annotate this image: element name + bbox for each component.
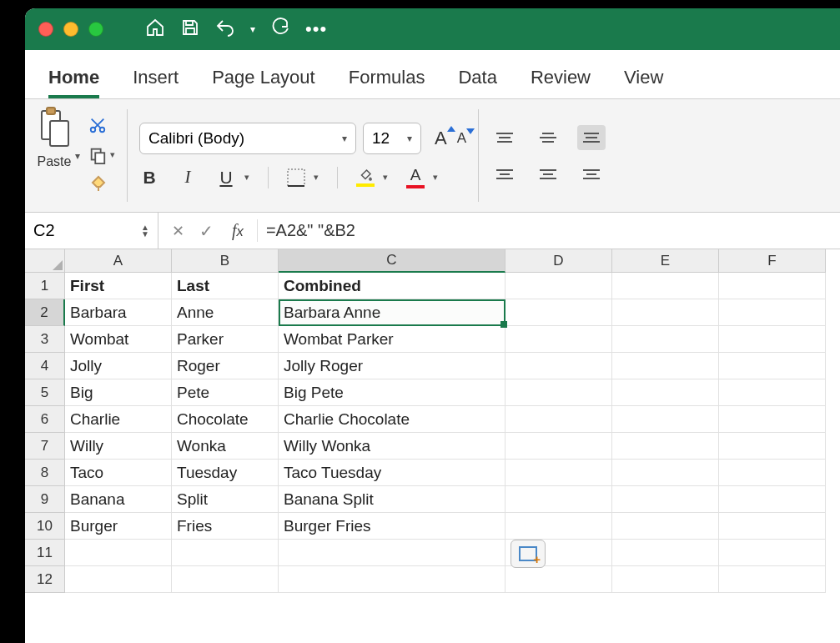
more-icon[interactable]: •••	[305, 18, 327, 40]
cell-C2[interactable]: Barbara Anne	[279, 299, 506, 326]
row-header[interactable]: 4	[25, 353, 65, 379]
font-size-select[interactable]: 12 ▾	[363, 123, 421, 154]
row-header[interactable]: 1	[25, 273, 65, 299]
cell-B6[interactable]: Chocolate	[172, 406, 279, 433]
formula-input[interactable]: =A2&" "&B2	[258, 213, 840, 249]
cell-B3[interactable]: Parker	[172, 326, 279, 353]
underline-dropdown-icon[interactable]: ▾	[244, 172, 249, 183]
cell-F2[interactable]	[719, 299, 826, 326]
cell-F7[interactable]	[719, 433, 826, 460]
cell-E4[interactable]	[612, 353, 719, 379]
col-header-C[interactable]: C	[279, 249, 506, 273]
cell-F1[interactable]	[719, 273, 826, 299]
cell-C4[interactable]: Jolly Roger	[279, 353, 506, 379]
row-header[interactable]: 7	[25, 433, 65, 460]
cell-F12[interactable]	[719, 566, 826, 593]
borders-dropdown-icon[interactable]: ▾	[314, 172, 319, 183]
col-header-E[interactable]: E	[612, 249, 719, 273]
cell-E9[interactable]	[612, 486, 719, 513]
cell-E2[interactable]	[612, 299, 719, 326]
row-header[interactable]: 12	[25, 566, 65, 593]
cell-F8[interactable]	[719, 460, 826, 486]
cell-E5[interactable]	[612, 379, 719, 406]
save-icon[interactable]	[180, 18, 200, 41]
row-header[interactable]: 11	[25, 540, 65, 566]
cell-B11[interactable]	[172, 540, 279, 566]
cell-D10[interactable]	[506, 513, 612, 540]
name-box[interactable]: C2 ▲▼	[25, 213, 158, 249]
decrease-font-icon[interactable]: A	[457, 130, 466, 147]
cell-F9[interactable]	[719, 486, 826, 513]
cell-C9[interactable]: Banana Split	[279, 486, 506, 513]
minimize-window-button[interactable]	[63, 22, 78, 37]
underline-button[interactable]: U	[216, 168, 236, 188]
tab-home[interactable]: Home	[48, 58, 99, 98]
cell-E1[interactable]	[612, 273, 719, 299]
cell-B8[interactable]: Tuesday	[172, 460, 279, 486]
cell-D8[interactable]	[506, 460, 612, 486]
cell-E8[interactable]	[612, 460, 719, 486]
cell-F4[interactable]	[719, 353, 826, 379]
cut-icon[interactable]	[88, 116, 115, 138]
paste-icon[interactable]	[37, 106, 72, 151]
cell-A4[interactable]: Jolly	[65, 353, 172, 379]
cell-B12[interactable]	[172, 566, 279, 593]
cell-D12[interactable]	[506, 566, 612, 593]
align-left-button[interactable]	[490, 162, 519, 187]
align-top-button[interactable]	[490, 125, 519, 150]
cell-A3[interactable]: Wombat	[65, 326, 172, 353]
tab-view[interactable]: View	[624, 58, 663, 98]
row-header[interactable]: 8	[25, 460, 65, 486]
col-header-B[interactable]: B	[172, 249, 279, 273]
cell-F6[interactable]	[719, 406, 826, 433]
fill-color-dropdown-icon[interactable]: ▾	[383, 172, 388, 183]
autofill-options-button[interactable]	[511, 540, 546, 568]
align-center-button[interactable]	[534, 162, 562, 187]
col-header-A[interactable]: A	[65, 249, 172, 273]
cell-D3[interactable]	[506, 326, 612, 353]
cell-C8[interactable]: Taco Tuesday	[279, 460, 506, 486]
cell-D9[interactable]	[506, 486, 612, 513]
increase-font-icon[interactable]: A	[435, 128, 447, 149]
cancel-icon[interactable]: ✕	[172, 222, 184, 240]
row-header[interactable]: 6	[25, 406, 65, 433]
cell-D7[interactable]	[506, 433, 612, 460]
cell-B10[interactable]: Fries	[172, 513, 279, 540]
cell-F5[interactable]	[719, 379, 826, 406]
fill-color-button[interactable]	[356, 168, 375, 187]
font-family-select[interactable]: Calibri (Body) ▾	[139, 123, 356, 154]
format-painter-icon[interactable]	[88, 173, 115, 196]
cell-E6[interactable]	[612, 406, 719, 433]
cell-B1[interactable]: Last	[172, 273, 279, 299]
cell-C7[interactable]: Willy Wonka	[279, 433, 506, 460]
cell-B9[interactable]: Split	[172, 486, 279, 513]
cell-A7[interactable]: Willy	[65, 433, 172, 460]
maximize-window-button[interactable]	[88, 22, 103, 37]
borders-button[interactable]	[287, 168, 305, 187]
align-middle-button[interactable]	[534, 125, 562, 150]
undo-dropdown-icon[interactable]: ▾	[250, 23, 255, 35]
cell-A1[interactable]: First	[65, 273, 172, 299]
cell-A9[interactable]: Banana	[65, 486, 172, 513]
insert-function-icon[interactable]: fx	[232, 221, 244, 240]
cell-E7[interactable]	[612, 433, 719, 460]
cell-D4[interactable]	[506, 353, 612, 379]
tab-data[interactable]: Data	[458, 58, 496, 98]
italic-button[interactable]: I	[178, 167, 198, 188]
cell-E3[interactable]	[612, 326, 719, 353]
tab-insert[interactable]: Insert	[133, 58, 179, 98]
home-icon[interactable]	[145, 18, 165, 41]
cell-C5[interactable]: Big Pete	[279, 379, 506, 406]
row-header[interactable]: 5	[25, 379, 65, 406]
col-header-F[interactable]: F	[719, 249, 826, 273]
cell-E12[interactable]	[612, 566, 719, 593]
undo-icon[interactable]	[215, 18, 235, 41]
cell-E10[interactable]	[612, 513, 719, 540]
col-header-D[interactable]: D	[506, 249, 612, 273]
tab-page-layout[interactable]: Page Layout	[212, 58, 315, 98]
cell-D5[interactable]	[506, 379, 612, 406]
row-header[interactable]: 3	[25, 326, 65, 353]
cell-B2[interactable]: Anne	[172, 299, 279, 326]
cell-F3[interactable]	[719, 326, 826, 353]
row-header[interactable]: 10	[25, 513, 65, 540]
